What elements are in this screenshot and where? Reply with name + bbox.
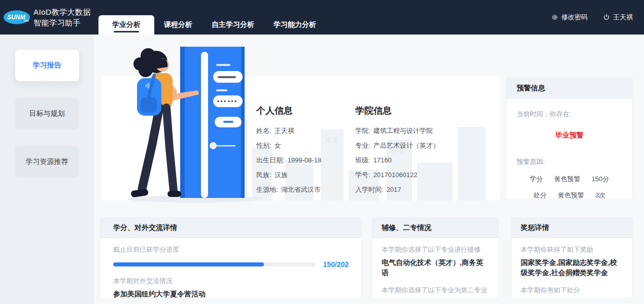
username-label: 王天祺 [613, 13, 633, 22]
exchange-label: 本学期对外交流情况 [113, 277, 349, 286]
app-header: SUNM net AIoD教学大数据 智能学习助手 学业分析 课程分析 自主学习… [0, 0, 644, 35]
svg-text:SUNM: SUNM [7, 14, 25, 21]
warning-card-header: 预警信息 [506, 78, 632, 98]
rewards-card-header: 奖惩详情 [512, 218, 632, 238]
user-menu[interactable]: 王天祺 [603, 13, 633, 22]
warning-name: 毕业预警 [517, 131, 622, 140]
tab-label: 自主学习分析 [212, 20, 254, 29]
sidebar-item-goals-planning[interactable]: 目标与规划 [15, 98, 79, 129]
minor-card-title: 辅修、二专情况 [382, 223, 431, 232]
sidebar: 学习报告 目标与规划 学习资源推荐 [0, 35, 94, 304]
punish-label: 本学期你有如下处分 [521, 286, 622, 295]
sidebar-item-resource-recommend[interactable]: 学习资源推荐 [15, 146, 79, 178]
credits-progress-value: 150/202 [323, 260, 349, 268]
minor-card-header: 辅修、二专情况 [372, 218, 498, 238]
info-row-enrollment-status: 学籍状态:在校 [355, 197, 439, 200]
power-icon [603, 14, 610, 21]
info-row-major: 专业:产品艺术设计（英才） [355, 138, 439, 153]
info-row-college: 学院:建筑工程与设计学院 [355, 123, 439, 138]
app-title-line2: 智能学习助手 [33, 17, 91, 28]
sunmnet-logo-icon: SUNM net [3, 8, 31, 27]
college-info-title: 学院信息 [355, 105, 439, 117]
main-nav-tabs: 学业分析 课程分析 自主学习分析 学习能力分析 [98, 0, 326, 35]
info-row-class: 班级:17160 [355, 153, 439, 167]
change-password-button[interactable]: 修改密码 [551, 13, 588, 22]
credits-progress-track [113, 262, 316, 266]
tab-self-study-analysis[interactable]: 自主学习分析 [202, 15, 264, 35]
student-illustration [117, 43, 272, 203]
info-row-enrollment-year: 入学时间:2017 [355, 182, 439, 197]
credits-card-title: 学分、对外交流详情 [113, 223, 177, 232]
svg-text:net: net [24, 19, 29, 22]
progress-fill [113, 262, 264, 266]
tab-label: 学习能力分析 [274, 20, 316, 29]
punish-value: 无故不参加教学和集体活动,严重警告 [521, 298, 622, 298]
warning-reason-row-discipline: 处分 黄色预警 3次 [517, 191, 622, 200]
warning-reason-label: 预警原因: [517, 157, 622, 166]
app-logo[interactable]: SUNM net AIoD教学大数据 智能学习助手 [0, 0, 98, 35]
sidebar-item-label: 目标与规划 [29, 109, 65, 118]
minor-label: 本学期你选择了以下专业进行辅修 [382, 245, 488, 254]
reward-label: 本学期你获得了如下奖励 [521, 245, 622, 254]
gear-icon [551, 14, 558, 21]
warning-card: 预警信息 当前时间，你存在: 毕业预警 预警原因: 学分 黄色预警 150分 处… [506, 78, 633, 200]
tab-learning-ability-analysis[interactable]: 学习能力分析 [264, 15, 326, 35]
credits-exchange-card: 学分、对外交流详情 截止目前已获学分进度 150/202 本学期对外交流情况 参… [100, 217, 362, 298]
active-tab-underline [114, 31, 139, 32]
sidebar-item-label: 学习报告 [33, 61, 61, 70]
app-title: AIoD教学大数据 智能学习助手 [33, 7, 91, 28]
credits-card-header: 学分、对外交流详情 [100, 218, 361, 238]
tab-course-analysis[interactable]: 课程分析 [154, 15, 202, 35]
minor-value: 电气自动化技术（英才）,商务英语 [382, 257, 488, 278]
credits-progress-label: 截止目前已获学分进度 [113, 245, 349, 254]
app-title-line1: AIoD教学大数据 [33, 7, 91, 17]
rewards-punishments-card: 奖惩详情 本学期你获得了如下奖励 国家奖学金,国家励志奖学金,校级奖学金,社会捐… [511, 217, 633, 298]
change-password-label: 修改密码 [561, 13, 588, 22]
main-content: 个人信息 姓名:王天祺 性别:女 出生日期:1999-08-18 民族:汉族 生… [94, 35, 644, 304]
reward-value: 国家奖学金,国家励志奖学金,校级奖学金,社会捐赠类奖学金 [521, 257, 622, 278]
info-row-student-id: 学号:201701060122 [355, 167, 439, 182]
sidebar-item-label: 学习资源推荐 [26, 157, 69, 166]
rewards-card-title: 奖惩详情 [521, 223, 549, 232]
exchange-value: 参加美国纽约大学夏令营活动 [113, 289, 349, 298]
warning-reason-row-credits: 学分 黄色预警 150分 [517, 175, 622, 184]
second-major-value: 旅游管理 [382, 298, 488, 298]
second-major-label: 本学期你选择了以下专业为第二专业 [382, 286, 488, 295]
tab-academic-analysis[interactable]: 学业分析 [98, 15, 154, 35]
warning-card-title: 预警信息 [517, 84, 545, 93]
minor-second-major-card: 辅修、二专情况 本学期你选择了以下专业进行辅修 电气自动化技术（英才）,商务英语… [372, 217, 499, 298]
sidebar-item-study-report[interactable]: 学习报告 [15, 50, 79, 81]
warning-current-label: 当前时间，你存在: [517, 110, 622, 119]
tab-label: 学业分析 [112, 20, 141, 29]
college-info-section: 学院信息 学院:建筑工程与设计学院 专业:产品艺术设计（英才） 班级:17160… [355, 105, 439, 200]
tab-label: 课程分析 [164, 20, 192, 29]
